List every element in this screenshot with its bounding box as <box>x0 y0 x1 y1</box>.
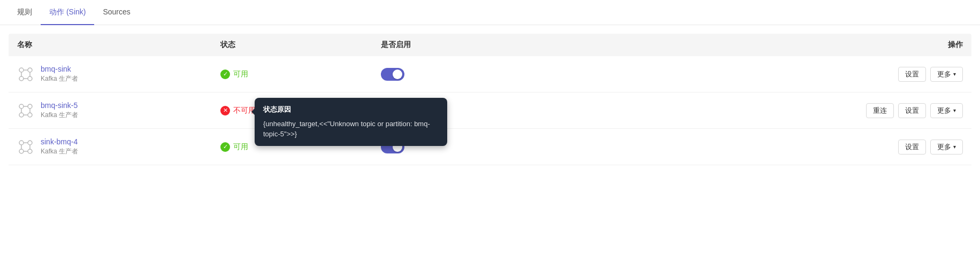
svg-point-2 <box>19 76 24 81</box>
svg-point-18 <box>19 149 24 153</box>
connector-icon <box>17 138 34 156</box>
enabled-toggle[interactable] <box>381 68 404 81</box>
name-info: bmq-sink Kafka 生产者 <box>41 65 78 83</box>
chevron-down-icon: ▾ <box>953 144 956 150</box>
status-label: 可用 <box>233 70 248 79</box>
sink-name-link[interactable]: sink-bmq-4 <box>41 137 78 146</box>
sink-type: Kafka 生产者 <box>41 74 78 83</box>
connector-icon <box>17 102 34 119</box>
settings-button[interactable]: 设置 <box>898 103 926 118</box>
tab-rules-label: 规则 <box>17 7 32 16</box>
name-cell: sink-bmq-4 Kafka 生产者 <box>17 137 220 156</box>
col-actions: 操作 <box>845 40 963 50</box>
table-header: 名称 状态 是否启用 操作 <box>9 34 971 56</box>
sink-name-link[interactable]: bmq-sink <box>41 65 78 73</box>
table-row: bmq-sink-5 Kafka 生产者 ✕ 不可用 重连 设置 更多 ▾ 状态… <box>9 92 971 129</box>
col-enabled: 是否启用 <box>381 40 845 50</box>
tab-actions-sink[interactable]: 动作 (Sink) <box>41 0 94 25</box>
svg-point-9 <box>28 104 32 109</box>
status-ok-icon: ✓ <box>220 70 230 79</box>
tooltip-title: 状态原因 <box>263 104 439 115</box>
actions-cell: 设置 更多 ▾ <box>845 140 963 155</box>
tab-bar: 规则 动作 (Sink) Sources <box>0 0 980 25</box>
more-label: 更多 <box>937 106 951 115</box>
name-cell: bmq-sink Kafka 生产者 <box>17 65 220 83</box>
tab-rules[interactable]: 规则 <box>9 0 41 25</box>
table-row: sink-bmq-4 Kafka 生产者 ✓ 可用 设置 更多 ▾ <box>9 129 971 165</box>
name-cell: bmq-sink-5 Kafka 生产者 <box>17 101 220 120</box>
name-info: bmq-sink-5 Kafka 生产者 <box>41 101 78 120</box>
more-button[interactable]: 更多 ▾ <box>930 103 963 118</box>
settings-button[interactable]: 设置 <box>898 67 926 82</box>
sink-type: Kafka 生产者 <box>41 147 78 156</box>
reconnect-button[interactable]: 重连 <box>866 103 894 118</box>
svg-point-16 <box>19 141 24 145</box>
col-name: 名称 <box>17 40 220 50</box>
col-status: 状态 <box>220 40 381 50</box>
table-row: bmq-sink Kafka 生产者 ✓ 可用 设置 更多 ▾ <box>9 56 971 92</box>
more-label: 更多 <box>937 142 951 152</box>
svg-point-17 <box>28 141 32 145</box>
svg-point-19 <box>28 149 32 153</box>
more-button[interactable]: 更多 ▾ <box>930 67 963 82</box>
more-label: 更多 <box>937 70 951 79</box>
connector-icon <box>17 66 34 83</box>
name-info: sink-bmq-4 Kafka 生产者 <box>41 137 78 156</box>
svg-point-8 <box>19 104 24 109</box>
more-button[interactable]: 更多 ▾ <box>930 140 963 155</box>
toggle-cell <box>381 104 845 117</box>
actions-cell: 设置 更多 ▾ <box>845 67 963 82</box>
status-cell: ✓ 可用 <box>220 70 381 79</box>
svg-point-11 <box>28 113 32 117</box>
status-ok-icon: ✓ <box>220 142 230 152</box>
tooltip-content: {unhealthy_target,<<"Unknown topic or pa… <box>263 119 439 140</box>
toggle-cell <box>381 68 845 81</box>
status-tooltip: 状态原因 {unhealthy_target,<<"Unknown topic … <box>255 98 447 146</box>
status-label: 可用 <box>233 142 248 152</box>
svg-point-1 <box>28 68 32 72</box>
sink-type: Kafka 生产者 <box>41 111 78 120</box>
toggle-cell <box>381 141 845 153</box>
settings-button[interactable]: 设置 <box>898 140 926 155</box>
svg-point-10 <box>19 113 24 117</box>
tab-sources[interactable]: Sources <box>94 0 139 25</box>
svg-point-3 <box>28 76 32 81</box>
chevron-down-icon: ▾ <box>953 71 956 77</box>
tab-sources-label: Sources <box>103 7 130 16</box>
actions-cell: 重连 设置 更多 ▾ <box>845 103 963 118</box>
chevron-down-icon: ▾ <box>953 107 956 113</box>
sink-name-link[interactable]: bmq-sink-5 <box>41 101 78 110</box>
svg-point-0 <box>19 68 24 72</box>
tab-actions-label: 动作 (Sink) <box>49 7 86 16</box>
sink-table: 名称 状态 是否启用 操作 bmq-sink Kafka 生产者 ✓ <box>9 34 971 165</box>
status-error-icon: ✕ <box>220 106 230 115</box>
